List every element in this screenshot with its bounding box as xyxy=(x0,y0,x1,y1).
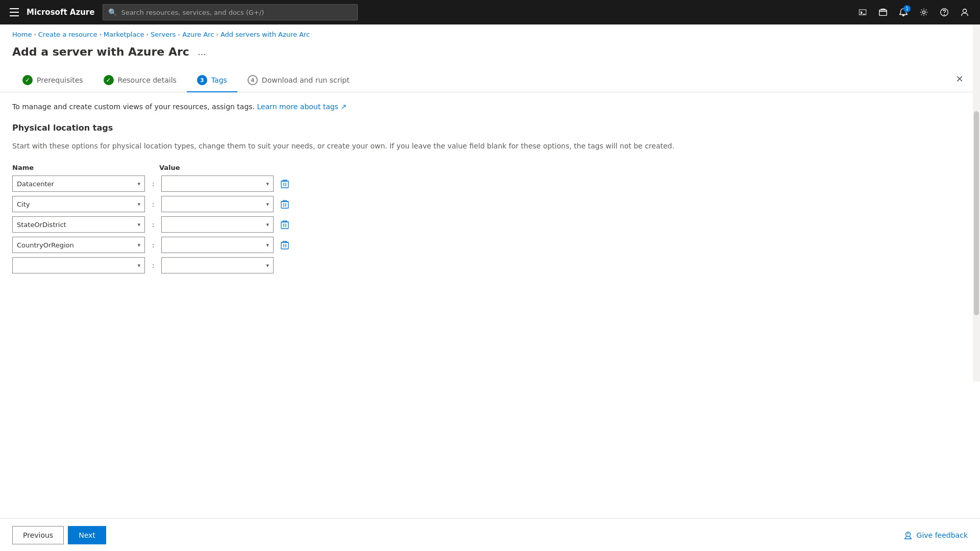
breadcrumb-sep-4: › xyxy=(216,31,218,38)
next-button[interactable]: Next xyxy=(68,526,106,544)
table-row: CountryOrRegion ▾ : ▾ xyxy=(12,237,329,253)
breadcrumb-servers-azure-arc[interactable]: Servers - Azure Arc xyxy=(151,31,214,38)
tag-value-select-empty[interactable]: ▾ xyxy=(161,257,274,273)
svg-point-2 xyxy=(922,11,925,13)
tab-icon-download-script: 4 xyxy=(248,75,258,85)
chevron-down-icon: ▾ xyxy=(266,221,269,228)
breadcrumb-sep-3: › xyxy=(146,31,149,38)
svg-point-4 xyxy=(944,14,945,15)
colon-separator: : xyxy=(149,200,157,208)
azure-logo: Microsoft Azure xyxy=(27,8,94,17)
delete-tag-button[interactable] xyxy=(278,177,292,191)
tab-label-download-script: Download and run script xyxy=(262,76,350,84)
tab-tags[interactable]: 3 Tags xyxy=(187,70,237,92)
top-navigation: Microsoft Azure 🔍 Search resources, serv… xyxy=(0,0,980,24)
tab-label-tags: Tags xyxy=(211,76,227,84)
tab-icon-prerequisites: ✓ xyxy=(22,75,33,85)
tag-name-select-empty[interactable]: ▾ xyxy=(12,257,145,273)
tags-table: Name Value Datacenter ▾ : ▾ xyxy=(12,164,329,273)
hamburger-menu[interactable] xyxy=(6,4,22,20)
tag-value-select-state[interactable]: ▾ xyxy=(161,216,274,233)
chevron-down-icon: ▾ xyxy=(266,201,269,208)
chevron-down-icon: ▾ xyxy=(266,242,269,248)
main-content: Home › Create a resource › Marketplace ›… xyxy=(0,24,980,551)
search-placeholder: Search resources, services, and docs (G+… xyxy=(121,9,264,16)
tags-table-header: Name Value xyxy=(12,164,329,171)
page-header: Add a server with Azure Arc ... xyxy=(0,38,980,59)
more-options-button[interactable]: ... xyxy=(195,44,208,59)
svg-rect-1 xyxy=(879,10,887,16)
section-title: Physical location tags xyxy=(12,123,968,133)
svg-rect-20 xyxy=(281,222,288,229)
learn-more-link[interactable]: Learn more about tags ↗ xyxy=(257,103,347,111)
table-row: Datacenter ▾ : ▾ xyxy=(12,176,329,192)
colon-separator: : xyxy=(149,241,157,249)
svg-point-5 xyxy=(963,9,966,13)
chevron-down-icon: ▾ xyxy=(137,221,140,228)
chevron-down-icon: ▾ xyxy=(137,242,140,248)
bottom-bar: Previous Next Give feedback xyxy=(0,518,980,551)
colon-separator: : xyxy=(149,261,157,269)
name-column-header: Name xyxy=(12,164,145,171)
breadcrumb-marketplace[interactable]: Marketplace xyxy=(104,31,144,38)
chevron-down-icon: ▾ xyxy=(137,201,140,208)
info-text: To manage and create custom views of you… xyxy=(12,103,968,111)
tab-icon-resource-details: ✓ xyxy=(104,75,114,85)
colon-separator: : xyxy=(149,180,157,188)
tab-label-resource-details: Resource details xyxy=(118,76,177,84)
content-area: To manage and create custom views of you… xyxy=(0,103,980,273)
tag-name-select-country[interactable]: CountryOrRegion ▾ xyxy=(12,237,145,253)
tab-download-script[interactable]: 4 Download and run script xyxy=(237,70,360,92)
svg-point-34 xyxy=(905,532,910,536)
help-icon[interactable] xyxy=(935,3,953,21)
wizard-tabs: ✓ Prerequisites ✓ Resource details 3 Tag… xyxy=(0,59,980,92)
give-feedback-link[interactable]: Give feedback xyxy=(903,531,968,540)
delete-tag-button[interactable] xyxy=(278,238,292,252)
tag-value-select-city[interactable]: ▾ xyxy=(161,196,274,212)
breadcrumb-create-resource[interactable]: Create a resource xyxy=(38,31,97,38)
breadcrumb-home[interactable]: Home xyxy=(12,31,32,38)
breadcrumb: Home › Create a resource › Marketplace ›… xyxy=(0,24,980,38)
breadcrumb-sep-1: › xyxy=(34,31,36,38)
tag-name-select-city[interactable]: City ▾ xyxy=(12,196,145,212)
delete-tag-button[interactable] xyxy=(278,197,292,211)
breadcrumb-sep-2: › xyxy=(99,31,101,38)
cloud-shell-icon[interactable] xyxy=(853,3,872,21)
directory-icon[interactable] xyxy=(874,3,892,21)
section-description: Start with these options for physical lo… xyxy=(12,141,968,152)
tab-icon-tags: 3 xyxy=(197,75,207,85)
tag-name-select-datacenter[interactable]: Datacenter ▾ xyxy=(12,176,145,192)
tab-label-prerequisites: Prerequisites xyxy=(37,76,83,84)
give-feedback-label: Give feedback xyxy=(917,531,968,539)
chevron-down-icon: ▾ xyxy=(137,181,140,187)
value-column-header: Value xyxy=(159,164,282,171)
scroll-thumb[interactable] xyxy=(974,111,979,315)
scrollbar[interactable] xyxy=(973,24,980,382)
tag-value-select-country[interactable]: ▾ xyxy=(161,237,274,253)
tag-value-select-datacenter[interactable]: ▾ xyxy=(161,176,274,192)
chevron-down-icon: ▾ xyxy=(266,181,269,187)
svg-rect-27 xyxy=(281,242,288,249)
account-icon[interactable] xyxy=(955,3,974,21)
colon-separator: : xyxy=(149,220,157,229)
table-row: StateOrDistrict ▾ : ▾ xyxy=(12,216,329,233)
notifications-icon[interactable]: 1 xyxy=(894,3,913,21)
svg-rect-13 xyxy=(281,202,288,208)
chevron-down-icon: ▾ xyxy=(137,262,140,269)
tag-name-select-state[interactable]: StateOrDistrict ▾ xyxy=(12,216,145,233)
breadcrumb-add-servers[interactable]: Add servers with Azure Arc xyxy=(220,31,310,38)
table-row: ▾ : ▾ xyxy=(12,257,329,273)
table-row: City ▾ : ▾ xyxy=(12,196,329,212)
search-icon: 🔍 xyxy=(108,8,117,16)
close-button[interactable]: ✕ xyxy=(951,70,968,87)
tab-prerequisites[interactable]: ✓ Prerequisites xyxy=(12,70,93,92)
delete-tag-button[interactable] xyxy=(278,217,292,232)
page-title: Add a server with Azure Arc xyxy=(12,45,189,58)
previous-button[interactable]: Previous xyxy=(12,526,64,544)
svg-rect-6 xyxy=(281,181,288,188)
topnav-right-icons: 1 xyxy=(853,3,974,21)
settings-icon[interactable] xyxy=(915,3,933,21)
search-bar[interactable]: 🔍 Search resources, services, and docs (… xyxy=(103,4,358,20)
tab-resource-details[interactable]: ✓ Resource details xyxy=(93,70,187,92)
chevron-down-icon: ▾ xyxy=(266,262,269,269)
